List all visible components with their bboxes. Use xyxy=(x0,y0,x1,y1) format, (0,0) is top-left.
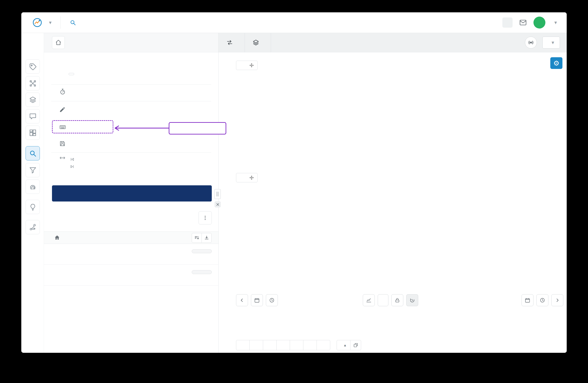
end-calendar-button[interactable] xyxy=(522,294,533,306)
sort-controls xyxy=(192,233,211,243)
clock-icon xyxy=(540,297,545,303)
range-3m[interactable] xyxy=(276,340,290,350)
compare-layers-button[interactable] xyxy=(245,33,271,52)
time-range-buttons: ▴ xyxy=(236,340,361,350)
save-search-row[interactable] xyxy=(44,139,218,149)
calendar-icon xyxy=(525,297,530,303)
home-button[interactable] xyxy=(52,36,65,49)
lightbulb-icon xyxy=(29,203,37,211)
expand-icon xyxy=(353,343,358,348)
nav-monitoring[interactable] xyxy=(482,19,493,26)
rail-item-data-points[interactable] xyxy=(25,76,40,90)
trend-icon xyxy=(366,297,372,303)
comment-icon xyxy=(29,113,37,120)
edit-conditions-row[interactable] xyxy=(44,105,218,115)
kebab-icon xyxy=(202,215,208,221)
statistics-button[interactable] xyxy=(219,33,245,52)
results-menu-button[interactable] xyxy=(199,211,212,225)
rail-item-context[interactable] xyxy=(25,220,40,234)
panel-splitter-handle[interactable] xyxy=(214,189,221,199)
start-calendar-button[interactable] xyxy=(251,294,263,306)
layers-icon xyxy=(29,96,37,104)
trend-scale-button[interactable] xyxy=(363,294,375,306)
nav-home[interactable] xyxy=(456,19,466,26)
workflow-icon xyxy=(29,223,37,231)
calendar-icon xyxy=(254,297,260,303)
rail-item-tags[interactable] xyxy=(25,59,40,74)
range-all[interactable] xyxy=(316,340,330,350)
help-button[interactable] xyxy=(502,18,513,28)
panel-collapse-button[interactable] xyxy=(215,202,220,207)
move-icon[interactable] xyxy=(249,175,254,180)
chart-settings-button[interactable]: ⚙ xyxy=(550,57,563,69)
chevron-up-icon: ▴ xyxy=(344,343,346,347)
rail-item-dashboard[interactable] xyxy=(25,126,40,140)
mail-button[interactable] xyxy=(519,19,527,26)
lock-duration-button[interactable] xyxy=(391,294,403,306)
left-icon-rail xyxy=(21,33,44,353)
range-1d[interactable] xyxy=(236,340,250,350)
range-1w[interactable] xyxy=(250,340,263,350)
rail-item-search[interactable] xyxy=(25,146,40,160)
series-chip-level[interactable] xyxy=(236,173,258,182)
reset-time-button[interactable] xyxy=(406,294,418,306)
pencil-icon xyxy=(59,106,66,113)
collapse-all-button[interactable] xyxy=(202,233,211,243)
time-range-icon xyxy=(59,154,66,162)
top-bar: ▾ ▾ xyxy=(21,12,567,33)
fingerprint-icon xyxy=(29,183,37,191)
condition-row[interactable] xyxy=(44,71,218,80)
context-overview-strip[interactable] xyxy=(219,310,567,342)
rail-item-filter[interactable] xyxy=(25,163,40,177)
tag-icon xyxy=(29,63,37,70)
pan-right-button[interactable] xyxy=(551,294,563,306)
range-1m[interactable] xyxy=(263,340,276,350)
chart-toolbar: ▾ xyxy=(219,33,567,52)
skip-start-icon xyxy=(70,157,75,162)
duration-label[interactable] xyxy=(378,294,388,306)
chevron-down-icon: ▾ xyxy=(552,39,554,46)
nav-work-organizer[interactable] xyxy=(469,19,480,26)
actions-button[interactable]: ▾ xyxy=(542,37,560,49)
pan-left-button[interactable] xyxy=(236,294,248,306)
result-count-badge xyxy=(192,270,212,274)
search-button[interactable] xyxy=(52,185,212,202)
rail-item-recommendations[interactable] xyxy=(25,200,40,214)
filter-icon xyxy=(29,166,37,174)
chevron-left-icon xyxy=(239,297,245,303)
range-6m[interactable] xyxy=(290,340,303,350)
range-start-row xyxy=(70,156,77,163)
chevron-down-icon[interactable]: ▾ xyxy=(49,19,52,25)
end-time-button[interactable] xyxy=(536,294,548,306)
start-time-button[interactable] xyxy=(266,294,278,306)
rail-item-fingerprint[interactable] xyxy=(25,180,40,194)
hierarchy-home-icon[interactable] xyxy=(54,235,60,242)
move-icon[interactable] xyxy=(249,63,254,68)
condition-row[interactable] xyxy=(44,61,218,70)
live-mode-button[interactable] xyxy=(525,37,537,49)
result-row-2022[interactable] xyxy=(44,244,218,265)
result-row-2021[interactable] xyxy=(44,265,218,286)
account-menu[interactable]: ▾ xyxy=(552,19,557,25)
lock-icon xyxy=(395,297,400,303)
layers-icon xyxy=(252,39,259,46)
value-based-search-panel xyxy=(44,33,219,353)
range-1y[interactable] xyxy=(303,340,317,350)
global-search[interactable] xyxy=(61,19,80,26)
top-actions: ▾ xyxy=(493,17,567,29)
skip-end-icon xyxy=(70,164,75,169)
broadcast-icon xyxy=(528,39,534,46)
avatar[interactable] xyxy=(533,17,546,29)
rail-item-comments[interactable] xyxy=(25,109,40,123)
custom-range-button[interactable]: ▴ xyxy=(336,340,351,350)
series-chip-conc[interactable] xyxy=(236,61,258,70)
sort-order-button[interactable] xyxy=(192,233,202,243)
custom-range-group: ▴ xyxy=(336,340,361,350)
expand-range-button[interactable] xyxy=(351,340,361,350)
save-icon xyxy=(59,140,66,147)
trend-charts[interactable] xyxy=(219,52,567,294)
stopwatch-icon xyxy=(59,88,66,95)
app-logo[interactable]: ▾ xyxy=(21,18,52,27)
add-calculation-highlight xyxy=(52,120,113,134)
rail-item-layers[interactable] xyxy=(25,93,40,107)
